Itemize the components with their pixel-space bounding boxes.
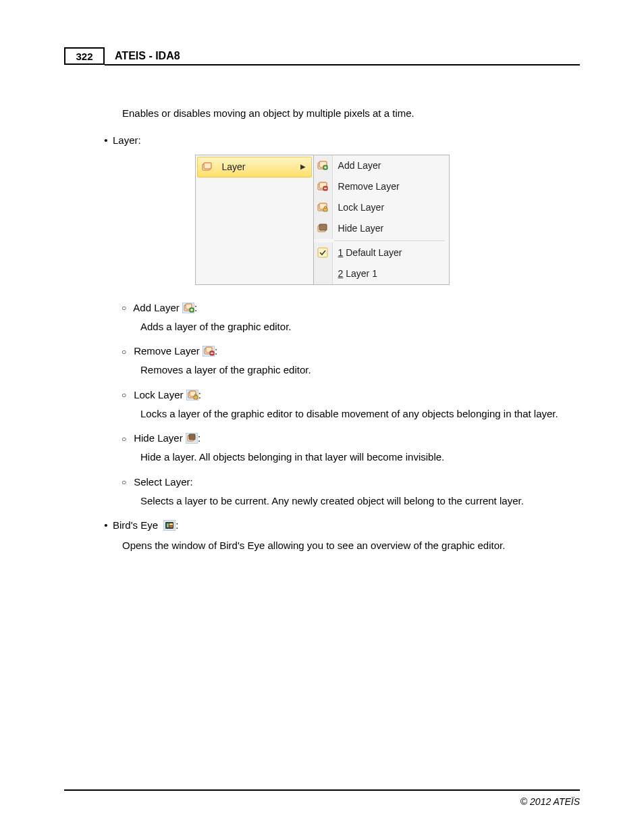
page-title: ATEIS - IDA8	[115, 50, 180, 62]
birdseye-desc: Opens the window of Bird's Eye allowing …	[122, 539, 580, 552]
menu-item-add-layer-label: Add Layer	[333, 159, 449, 172]
sub-hide-layer-colon: :	[198, 432, 200, 444]
svg-rect-1	[204, 163, 211, 169]
content: Enables or disables moving an object by …	[64, 107, 580, 553]
bullet-birdseye-colon: :	[176, 519, 178, 531]
bullet-birdseye-label: Bird's Eye	[113, 519, 158, 531]
layer1-rest: Layer 1	[343, 268, 377, 279]
sub-select-layer-desc: Selects a layer to be current. Any newly…	[140, 494, 580, 508]
sub-add-layer-desc: Adds a layer of the graphic editor.	[140, 320, 580, 334]
bullet-dot-icon: •	[103, 519, 109, 532]
sub-remove-layer-label: Remove Layer	[134, 345, 203, 357]
intro-text: Enables or disables moving an object by …	[122, 107, 580, 120]
page-number: 322	[76, 51, 92, 62]
circle-bullet-icon: ○	[122, 434, 131, 444]
svg-rect-39	[169, 526, 173, 527]
layer-menu-figure: Layer ▶ Add Layer Re	[195, 155, 450, 285]
bullet-dot-icon: •	[103, 134, 109, 147]
menu-item-default-layer-label: 1 Default Layer	[333, 246, 449, 259]
sub-lock-layer: ○ Lock Layer : Locks a layer of the grap…	[122, 388, 580, 421]
menu-item-lock-layer-label: Lock Layer	[333, 201, 449, 214]
menu-item-layer[interactable]: Layer ▶	[197, 157, 312, 178]
sub-remove-layer: ○ Remove Layer : Removes a layer of the …	[122, 344, 580, 377]
sub-add-layer-label: Add Layer	[133, 302, 182, 313]
circle-bullet-icon: ○	[122, 477, 131, 488]
footer-rule	[64, 789, 580, 791]
page-number-box: 322	[64, 47, 105, 65]
lock-layer-icon	[314, 197, 333, 218]
hide-layer-icon	[186, 433, 198, 444]
layer-icon	[198, 157, 217, 177]
remove-layer-icon	[203, 346, 215, 357]
bullet-birdseye: •Bird's Eye :	[103, 519, 580, 532]
sub-select-layer: ○ Select Layer: Selects a layer to be cu…	[122, 475, 580, 509]
sub-remove-layer-colon: :	[215, 345, 217, 357]
check-icon	[314, 242, 333, 263]
page-footer: © 2012 ATEÏS	[64, 789, 580, 807]
menu-container: Layer ▶ Add Layer Re	[195, 155, 450, 285]
page: 322 ATEIS - IDA8 Enables or disables mov…	[0, 0, 644, 834]
svg-rect-34	[189, 434, 195, 440]
svg-rect-37	[167, 523, 169, 527]
sub-add-layer-colon: :	[194, 302, 197, 313]
menu-item-hide-layer[interactable]: Hide Layer	[314, 218, 449, 239]
svg-rect-15	[319, 224, 327, 230]
hide-layer-icon	[314, 218, 333, 239]
sub-hide-layer: ○ Hide Layer : Hide a layer. All objects…	[122, 432, 580, 465]
sub-remove-layer-desc: Removes a layer of the graphic editor.	[140, 363, 580, 377]
header-rule	[105, 64, 580, 66]
add-layer-icon	[314, 155, 333, 176]
svg-rect-13	[323, 208, 327, 211]
circle-bullet-icon: ○	[122, 303, 131, 313]
submenu-arrow-icon: ▶	[300, 162, 306, 172]
copyright-text: © 2012 ATEÏS	[64, 796, 580, 807]
add-layer-icon	[182, 303, 194, 313]
menu-item-remove-layer-label: Remove Layer	[333, 180, 449, 193]
menu-right-panel: Add Layer Remove Layer Lock Layer	[314, 155, 449, 284]
svg-rect-38	[169, 523, 173, 525]
sub-lock-layer-label: Lock Layer	[134, 389, 186, 400]
sub-hide-layer-desc: Hide a layer. All objects belonging in t…	[140, 450, 580, 464]
menu-item-default-layer[interactable]: 1 Default Layer	[314, 242, 449, 263]
default-layer-rest: Default Layer	[343, 247, 402, 258]
svg-rect-31	[194, 396, 198, 399]
menu-item-layer-1-label: 2 Layer 1	[333, 267, 449, 280]
svg-rect-16	[318, 248, 327, 257]
sub-lock-layer-desc: Locks a layer of the graphic editor to d…	[140, 407, 580, 421]
circle-bullet-icon: ○	[122, 390, 131, 400]
bullet-layer-label: Layer:	[113, 134, 141, 146]
sub-hide-layer-label: Hide Layer	[134, 432, 186, 444]
sub-select-layer-label: Select Layer:	[134, 476, 193, 488]
circle-bullet-icon: ○	[122, 346, 131, 357]
birdseye-icon	[163, 520, 176, 531]
menu-item-hide-layer-label: Hide Layer	[333, 222, 449, 235]
sub-add-layer: ○ Add Layer : Adds a layer of the graphi…	[122, 301, 580, 334]
empty-icon	[314, 263, 333, 284]
page-header: 322 ATEIS - IDA8	[64, 47, 580, 66]
menu-item-lock-layer[interactable]: Lock Layer	[314, 197, 449, 218]
menu-item-remove-layer[interactable]: Remove Layer	[314, 176, 449, 197]
layer-sublist: ○ Add Layer : Adds a layer of the graphi…	[122, 301, 580, 509]
bullet-layer: •Layer:	[103, 134, 580, 147]
menu-item-layer-label: Layer	[217, 161, 300, 174]
menu-left-panel: Layer ▶	[196, 155, 314, 284]
menu-item-add-layer[interactable]: Add Layer	[314, 155, 449, 176]
remove-layer-icon	[314, 176, 333, 197]
sub-lock-layer-colon: :	[198, 389, 201, 400]
menu-separator	[334, 240, 445, 241]
menu-item-layer-1[interactable]: 2 Layer 1	[314, 263, 449, 284]
lock-layer-icon	[186, 390, 198, 400]
